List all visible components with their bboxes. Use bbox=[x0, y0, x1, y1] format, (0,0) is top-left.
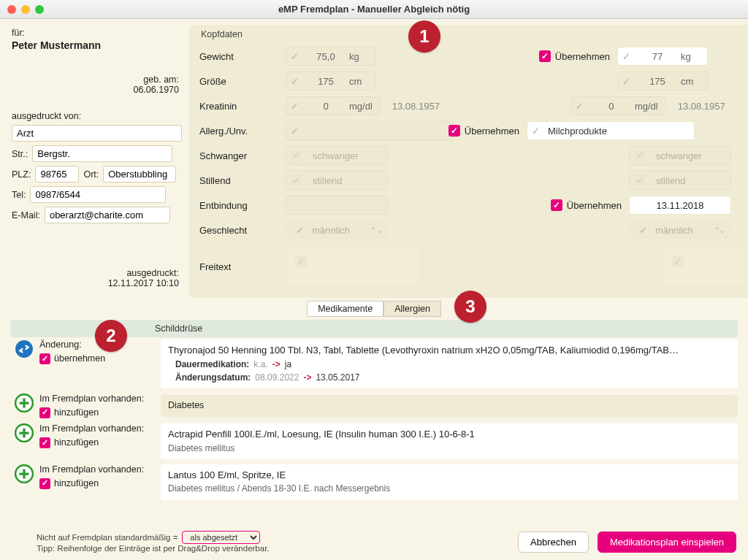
ort-field[interactable] bbox=[103, 166, 176, 183]
med1-title: Thyronajod 50 Henning 100 Tbl. N3, Tabl,… bbox=[168, 344, 730, 357]
patient-name: Peter Mustermann bbox=[12, 39, 182, 51]
groesse-label: Größe bbox=[199, 76, 286, 87]
window-title: eMP Fremdplan - Manueller Abgleich nötig bbox=[0, 4, 748, 15]
window-controls bbox=[7, 5, 44, 14]
for-label: für: bbox=[12, 28, 182, 38]
groesse-left: ✓cm bbox=[286, 72, 376, 91]
stillend-left: stillend bbox=[286, 171, 388, 190]
printed-at-label: ausgedruckt: bbox=[12, 268, 179, 278]
schwanger-label: Schwanger bbox=[199, 150, 286, 161]
callout-1: 1 bbox=[408, 20, 440, 53]
cancel-button[interactable]: Abbrechen bbox=[518, 532, 589, 553]
allerg-right[interactable]: ✓ bbox=[527, 121, 695, 140]
close-icon[interactable] bbox=[7, 5, 16, 14]
add-icon bbox=[15, 464, 34, 483]
add-icon bbox=[15, 394, 34, 413]
kopfdaten-panel: 1 Kopfdaten Gewicht ✓kg Übernehmen ✓kg G… bbox=[189, 25, 748, 298]
fremdplan-label: Im Fremdplan vorhanden: bbox=[39, 464, 144, 476]
schwanger-left: schwanger bbox=[286, 146, 388, 165]
plz-field[interactable] bbox=[35, 166, 79, 183]
gewicht-right[interactable]: ✓kg bbox=[617, 47, 708, 66]
geschlecht-left: ✓männlich⌃⌄ bbox=[286, 221, 388, 239]
change-icon bbox=[15, 340, 34, 358]
tel-label: Tel: bbox=[12, 190, 26, 200]
kreatinin-label: Kreatinin bbox=[199, 101, 286, 112]
printed-at-value: 12.11.2017 10:10 bbox=[12, 278, 179, 288]
allerg-left: ✓ bbox=[286, 121, 454, 140]
med2-sub: Diabetes mellitus bbox=[168, 442, 730, 454]
group-diabetes: Diabetes bbox=[161, 395, 738, 417]
geschlecht-right: ✓männlich⌃⌄ bbox=[629, 221, 731, 239]
hinzufuegen-checkbox[interactable] bbox=[39, 407, 50, 418]
freitext-right bbox=[663, 246, 748, 287]
gewicht-left: ✓kg bbox=[286, 47, 376, 66]
ort-label: Ort: bbox=[83, 169, 99, 180]
fremdplan-label: Im Fremdplan vorhanden: bbox=[39, 423, 144, 435]
geschlecht-label: Geschlecht bbox=[199, 225, 286, 236]
fremdplan-label: Im Fremdplan vorhanden: bbox=[39, 394, 144, 405]
born-label: geb. am: bbox=[12, 74, 179, 85]
freitext-left bbox=[286, 246, 421, 287]
entbindung-right[interactable]: 13.11.2018 bbox=[629, 196, 731, 215]
patient-panel: für: Peter Mustermann geb. am: 06.06.197… bbox=[7, 25, 182, 298]
plz-label: PLZ: bbox=[12, 169, 31, 180]
default-mode-select[interactable]: als abgesetzt bbox=[182, 531, 260, 544]
callout-3: 3 bbox=[454, 291, 486, 323]
born-value: 06.06.1970 bbox=[12, 85, 179, 95]
titlebar: eMP Fremdplan - Manueller Abgleich nötig bbox=[0, 0, 748, 19]
schwanger-right: schwanger bbox=[629, 146, 731, 165]
svg-point-0 bbox=[15, 340, 33, 358]
tip-label: Tipp: Reihenfolge der Einträge ist per D… bbox=[37, 544, 270, 553]
apply-button[interactable]: Medikationsplan einspielen bbox=[598, 532, 736, 553]
street-label: Str.: bbox=[12, 149, 28, 159]
add-icon bbox=[15, 423, 34, 442]
allerg-uebernehmen-checkbox[interactable] bbox=[449, 125, 460, 137]
med-row-2[interactable]: Im Fremdplan vorhanden: hinzufügen Actra… bbox=[10, 421, 738, 462]
entbindung-left bbox=[286, 196, 388, 215]
gewicht-uebernehmen-checkbox[interactable] bbox=[539, 50, 551, 62]
tab-bar: Medikamente Allergien 3 bbox=[7, 301, 741, 317]
kreatinin-right: ✓mg/dl bbox=[571, 96, 666, 115]
printed-by-label: ausgedruckt von: bbox=[12, 111, 182, 121]
stillend-right: stillend bbox=[629, 171, 731, 190]
email-label: E-Mail: bbox=[12, 210, 40, 220]
med3-sub: Diabetes mellitus / Abends 18-30 I.E. na… bbox=[168, 483, 730, 494]
med2-title: Actrapid Penfill 100I.E./ml, Loesung, IE… bbox=[168, 428, 730, 441]
callout-2: 2 bbox=[95, 320, 127, 352]
tab-allergien[interactable]: Allergien bbox=[383, 301, 441, 317]
default-mode-label: Nicht auf Fremdplan standardmäßig = bbox=[37, 533, 178, 542]
entbindung-label: Entbindung bbox=[199, 200, 286, 211]
minimize-icon[interactable] bbox=[21, 5, 30, 14]
med3-title: Lantus 100 E/ml, Spritze, IE bbox=[168, 469, 730, 482]
stillend-label: Stillend bbox=[199, 175, 286, 186]
hinzufuegen-checkbox[interactable] bbox=[39, 437, 50, 448]
kopfdaten-label: Kopfdaten bbox=[201, 29, 748, 39]
entbindung-uebernehmen-checkbox[interactable] bbox=[551, 199, 562, 211]
freitext-label: Freitext bbox=[199, 261, 286, 272]
allerg-label: Allerg./Unv. bbox=[199, 126, 286, 137]
gewicht-label: Gewicht bbox=[199, 51, 286, 62]
hinzufuegen-checkbox[interactable] bbox=[39, 478, 50, 489]
groesse-right: ✓cm bbox=[617, 72, 708, 91]
group-row-diabetes: Im Fremdplan vorhanden: hinzufügen Diabe… bbox=[10, 391, 738, 421]
uebernehmen-checkbox[interactable] bbox=[39, 353, 50, 364]
email-field[interactable] bbox=[45, 207, 170, 223]
street-field[interactable] bbox=[32, 145, 172, 162]
medication-list: 2 Schilddrüse Änderung: übernehmen Thyro… bbox=[7, 318, 741, 528]
tel-field[interactable] bbox=[30, 186, 166, 203]
kreatinin-left: ✓mg/dl bbox=[286, 96, 381, 115]
tab-medikamente[interactable]: Medikamente bbox=[307, 301, 383, 317]
zoom-icon[interactable] bbox=[35, 5, 44, 14]
med-row-3[interactable]: Im Fremdplan vorhanden: hinzufügen Lantu… bbox=[10, 462, 738, 503]
printed-by-name-field[interactable] bbox=[12, 125, 182, 142]
footer: Nicht auf Fremdplan standardmäßig = als … bbox=[7, 528, 741, 556]
